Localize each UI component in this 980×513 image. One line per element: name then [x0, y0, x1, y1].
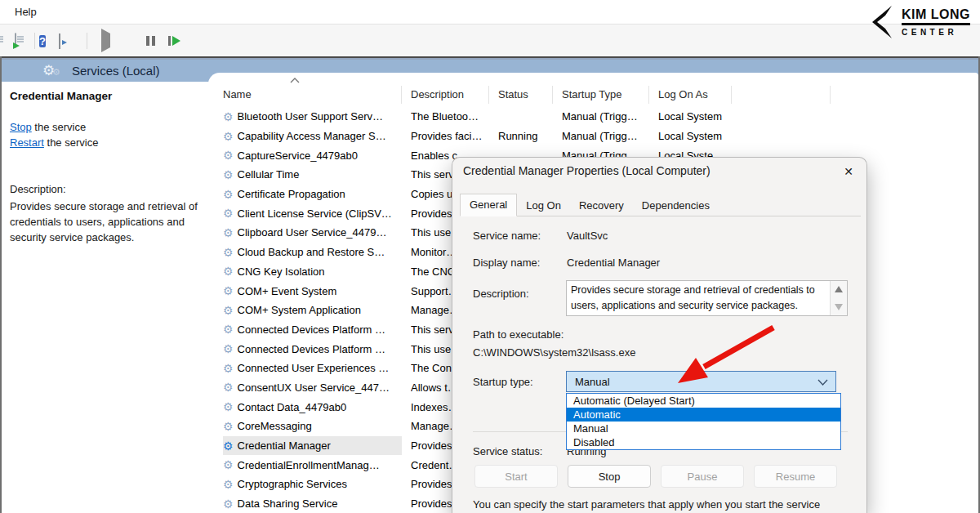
service-gear-icon: ⚙	[223, 498, 234, 510]
startup-option[interactable]: Disabled	[567, 435, 840, 449]
service-gear-icon: ⚙	[223, 305, 234, 316]
service-gear-icon: ⚙	[223, 285, 234, 297]
table-cell: The Bluetoo…	[411, 110, 489, 123]
logo-line1: KIM LONG	[902, 7, 970, 25]
service-name-value: VaultSvc	[567, 230, 608, 242]
services-window: Help KIM LONG CENTER ? ⚙ ⚙ Services (Loc…	[0, 0, 980, 513]
description-scrollbar[interactable]	[830, 281, 847, 315]
restart-service-icon[interactable]	[168, 33, 180, 46]
table-cell: Running	[498, 130, 553, 142]
description-field[interactable]: Provides secure storage and retrieval of…	[566, 280, 848, 316]
startup-option[interactable]: Automatic (Delayed Start)	[567, 394, 840, 408]
service-gear-icon: ⚙	[223, 149, 234, 161]
tab-general[interactable]: General	[460, 194, 517, 216]
properties-dialog: Credential Manager Properties (Local Com…	[452, 157, 867, 513]
service-name: ConsentUX User Service_447…	[238, 381, 390, 394]
tab-dependencies[interactable]: Dependencies	[633, 195, 719, 216]
service-name: Cloud Backup and Restore S…	[238, 246, 385, 258]
chevron-down-icon	[817, 379, 828, 386]
service-name-label: Service name:	[473, 230, 541, 242]
restart-service-link[interactable]: Restart	[10, 136, 44, 149]
service-name: Clipboard User Service_4479…	[238, 226, 387, 239]
service-gear-icon: ⚙	[223, 207, 234, 219]
pause-service-icon[interactable]	[146, 33, 155, 46]
column-header-startup-type[interactable]: Startup Type	[562, 86, 649, 104]
start-service-icon[interactable]	[101, 33, 110, 48]
service-summary-pane: Credential Manager Stop the service Rest…	[2, 82, 208, 513]
table-cell: Manual (Trigg…	[562, 110, 649, 123]
service-status-label: Service status:	[473, 445, 542, 457]
stop-service-suffix: the service	[32, 121, 86, 133]
service-gear-icon: ⚙	[223, 459, 234, 471]
service-name: Bluetooth User Support Serv…	[238, 110, 383, 123]
dialog-description-label: Description:	[473, 288, 529, 300]
service-gear-icon: ⚙	[223, 343, 234, 355]
startup-option[interactable]: Automatic	[567, 408, 840, 422]
stop-button[interactable]: Stop	[568, 465, 651, 488]
service-gear-icon: ⚙	[223, 111, 234, 123]
service-gear-icon: ⚙	[223, 227, 234, 239]
startup-option[interactable]: Manual	[567, 422, 840, 435]
dialog-buttons: StartStopPauseResume	[474, 465, 850, 488]
export-list-icon[interactable]	[15, 33, 16, 48]
service-gear-icon: ⚙	[223, 421, 234, 432]
startup-type-combobox[interactable]: Manual	[566, 371, 836, 392]
help-icon[interactable]: ?	[39, 33, 46, 50]
column-header-status[interactable]: Status	[498, 86, 553, 104]
service-gear-icon: ⚙	[223, 169, 234, 181]
logo-line2: CENTER	[902, 28, 957, 37]
services-gear-icon-small: ⚙	[52, 67, 60, 78]
close-icon[interactable]: ✕	[840, 163, 858, 181]
table-row[interactable]: ⚙Bluetooth User Support Serv…The Bluetoo…	[208, 107, 978, 127]
start-button: Start	[474, 465, 558, 488]
column-header-name[interactable]: Name	[223, 86, 402, 104]
display-name-value: Credential Manager	[567, 256, 660, 269]
service-gear-icon: ⚙	[223, 401, 234, 413]
selected-service-title: Credential Manager	[10, 90, 112, 102]
service-name: COM+ System Application	[238, 304, 361, 316]
service-name: Data Sharing Service	[238, 497, 338, 510]
tab-log-on[interactable]: Log On	[517, 195, 570, 216]
table-cell: Local System	[658, 110, 732, 123]
brand-logo: KIM LONG CENTER	[871, 6, 970, 38]
table-row[interactable]: ⚙Capability Access Manager S…Provides fa…	[208, 127, 978, 146]
service-name: CoreMessaging	[238, 420, 312, 432]
tab-recovery[interactable]: Recovery	[570, 195, 633, 216]
service-name: Connected Devices Platform …	[238, 343, 385, 355]
banner-title: Services (Local)	[72, 60, 160, 82]
properties-window-icon[interactable]	[59, 34, 60, 49]
path-label: Path to executable:	[473, 328, 564, 341]
service-name: Client License Service (ClipSV…	[238, 207, 392, 220]
dialog-tabs: GeneralLog OnRecoveryDependencies	[460, 193, 861, 216]
service-gear-icon: ⚙	[223, 440, 234, 452]
stop-service-link[interactable]: Stop	[10, 121, 32, 133]
column-header-description[interactable]: Description	[411, 86, 489, 104]
toolbar-separator	[34, 33, 35, 49]
service-gear-icon: ⚙	[223, 323, 234, 335]
description-text: Provides secure storage and retrieval of…	[10, 199, 203, 245]
service-name: COM+ Event System	[238, 285, 337, 297]
service-name: Connected Devices Platform …	[238, 323, 385, 336]
column-header-log-on-as[interactable]: Log On As	[658, 86, 732, 104]
table-cell: Manual (Trigg…	[562, 130, 649, 142]
service-name: CredentialEnrollmentManag…	[238, 459, 380, 471]
toolbar: ?	[0, 25, 980, 56]
menu-help[interactable]: Help	[11, 0, 40, 25]
menu-bar: Help	[0, 0, 980, 25]
scroll-up-icon[interactable]	[835, 286, 843, 292]
service-gear-icon: ⚙	[223, 247, 234, 258]
service-gear-icon: ⚙	[223, 189, 234, 200]
dialog-title: Credential Manager Properties (Local Com…	[463, 164, 710, 177]
service-name: Credential Manager	[238, 439, 331, 452]
display-name-label: Display name:	[473, 256, 540, 269]
path-value: C:\WINDOWS\system32\lsass.exe	[473, 346, 635, 359]
scroll-down-icon[interactable]	[835, 304, 843, 310]
service-name: Certificate Propagation	[238, 188, 345, 200]
service-name: CNG Key Isolation	[238, 265, 325, 278]
service-gear-icon: ⚙	[223, 381, 234, 393]
service-gear-icon: ⚙	[223, 265, 234, 277]
startup-type-value: Manual	[567, 376, 610, 388]
sort-ascending-icon	[290, 78, 300, 83]
resume-button: Resume	[754, 465, 837, 488]
pause-button: Pause	[661, 465, 744, 488]
